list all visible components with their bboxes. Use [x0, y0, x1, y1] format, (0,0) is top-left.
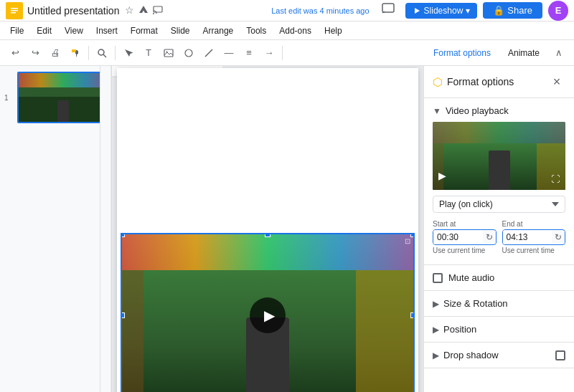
menu-insert[interactable]: Insert: [90, 24, 123, 37]
start-use-current-time[interactable]: Use current time: [433, 247, 497, 254]
star-icon[interactable]: ☆: [125, 4, 134, 16]
format-options-button[interactable]: Format options: [426, 46, 498, 60]
last-edit-text[interactable]: Last edit was 4 minutes ago: [271, 6, 369, 15]
menu-addons[interactable]: Add-ons: [273, 24, 317, 37]
resize-handle-tr[interactable]: [410, 233, 415, 237]
menu-edit[interactable]: Edit: [31, 24, 57, 37]
presentation-title[interactable]: Untitled presentation: [27, 5, 119, 16]
format-panel-header: ⬡ Format options ×: [424, 66, 574, 98]
title-bar: Untitled presentation ☆ Last edit was 4 …: [0, 0, 574, 21]
end-at-label: End at: [502, 220, 566, 228]
line-button[interactable]: [199, 44, 218, 62]
position-title: Position: [443, 324, 565, 335]
size-rotation-title: Size & Rotation: [443, 298, 565, 309]
divider-1: [88, 46, 89, 60]
svg-rect-3: [11, 12, 16, 14]
start-time-input[interactable]: [433, 230, 483, 244]
line-end-button[interactable]: →: [260, 44, 278, 62]
start-time-input-wrap: ↻: [433, 229, 497, 245]
preview-fullscreen-icon[interactable]: ⛶: [551, 174, 560, 184]
drive-icon[interactable]: [138, 4, 149, 16]
shapes-button[interactable]: [179, 44, 198, 62]
resize-handle-ml[interactable]: [121, 312, 125, 318]
video-playback-chevron-icon: ▼: [433, 106, 441, 116]
preview-play-icon[interactable]: ▶: [438, 170, 453, 184]
start-at-label: Start at: [433, 220, 497, 228]
collapse-toolbar-button[interactable]: ∧: [550, 44, 568, 62]
undo-button[interactable]: ↩: [6, 44, 24, 62]
line-width-button[interactable]: ≡: [240, 44, 258, 62]
start-time-group: Start at ↻ Use current time: [433, 220, 497, 254]
menu-file[interactable]: File: [4, 24, 29, 37]
menu-tools[interactable]: Tools: [240, 24, 272, 37]
drop-shadow-title: Drop shadow: [443, 350, 551, 360]
drop-shadow-checkbox[interactable]: [555, 350, 565, 360]
canvas-area: ⊡: [100, 66, 423, 392]
zoom-button[interactable]: [93, 44, 111, 62]
video-playback-section: ▼ Video playback ▶ ⛶ Play (on click) Pla…: [424, 98, 574, 265]
video-play-button[interactable]: [250, 297, 286, 333]
close-panel-button[interactable]: ×: [548, 73, 565, 90]
start-time-refresh-icon[interactable]: ↻: [483, 231, 496, 244]
menu-bar: File Edit View Insert Format Slide Arran…: [0, 21, 574, 40]
menu-format[interactable]: Format: [125, 24, 164, 37]
svg-marker-7: [415, 8, 420, 14]
main-area: 1: [0, 66, 574, 392]
slide-number: 1: [4, 94, 9, 102]
redo-button[interactable]: ↪: [26, 44, 44, 62]
mute-audio-label: Mute audio: [448, 272, 494, 283]
svg-rect-6: [382, 4, 394, 12]
menu-view[interactable]: View: [59, 24, 89, 37]
svg-point-5: [153, 13, 154, 14]
external-link-icon[interactable]: ⊡: [405, 237, 410, 245]
slide-thumbnail[interactable]: [17, 72, 100, 123]
title-icons: ☆: [125, 4, 163, 16]
comments-button[interactable]: [377, 0, 400, 21]
slideshow-button[interactable]: Slideshow ▾: [405, 3, 478, 19]
end-time-group: End at ↻ Use current time: [502, 220, 566, 254]
mute-audio-checkbox[interactable]: [433, 273, 443, 283]
menu-help[interactable]: Help: [319, 24, 348, 37]
play-mode-select[interactable]: Play (on click) Play (automatically) Pla…: [433, 196, 565, 213]
format-panel: ⬡ Format options × ▼ Video playback ▶ ⛶: [423, 66, 574, 392]
video-playback-title: Video playback: [446, 105, 509, 116]
end-time-input[interactable]: [503, 230, 552, 244]
format-panel-title: Format options: [447, 76, 548, 87]
divider-3: [282, 46, 283, 60]
end-time-input-wrap: ↻: [502, 229, 566, 245]
menu-arrange[interactable]: Arrange: [197, 24, 240, 37]
header-actions: Slideshow ▾ 🔒 Share E: [377, 0, 568, 21]
select-button[interactable]: [119, 44, 138, 62]
resize-handle-tl[interactable]: [121, 233, 125, 237]
size-rotation-section[interactable]: ▶ Size & Rotation: [424, 291, 574, 317]
end-time-refresh-icon[interactable]: ↻: [552, 231, 565, 244]
svg-rect-1: [11, 8, 18, 9]
position-section[interactable]: ▶ Position: [424, 317, 574, 343]
video-playback-header[interactable]: ▼ Video playback: [433, 105, 565, 116]
dropdown-chevron-icon: ▾: [466, 6, 470, 16]
drop-shadow-section[interactable]: ▶ Drop shadow: [424, 343, 574, 368]
share-button[interactable]: 🔒 Share: [483, 2, 542, 19]
text-button[interactable]: T: [139, 44, 158, 62]
user-avatar[interactable]: E: [548, 1, 568, 21]
resize-handle-mr[interactable]: [410, 312, 415, 318]
svg-rect-10: [164, 49, 173, 57]
toolbar-right: Format options Animate ∧: [426, 44, 568, 62]
animate-button[interactable]: Animate: [501, 46, 547, 60]
lock-icon: 🔒: [493, 5, 504, 16]
paint-format-button[interactable]: [66, 44, 85, 62]
resize-handle-tc[interactable]: [265, 233, 270, 237]
line-style-button[interactable]: —: [220, 44, 238, 62]
print-button[interactable]: 🖨: [46, 44, 65, 62]
menu-slide[interactable]: Slide: [165, 24, 196, 37]
divider-2: [115, 46, 116, 60]
mute-audio-row: Mute audio: [424, 265, 574, 291]
format-panel-icon: ⬡: [433, 75, 443, 89]
position-chevron-icon: ▶: [433, 325, 439, 335]
time-fields: Start at ↻ Use current time End at ↻ Use…: [433, 220, 565, 254]
cast-icon[interactable]: [153, 4, 163, 16]
end-use-current-time[interactable]: Use current time: [502, 247, 566, 254]
drop-shadow-chevron-icon: ▶: [433, 350, 439, 360]
image-button[interactable]: [159, 44, 178, 62]
video-element[interactable]: ⊡: [121, 233, 415, 393]
